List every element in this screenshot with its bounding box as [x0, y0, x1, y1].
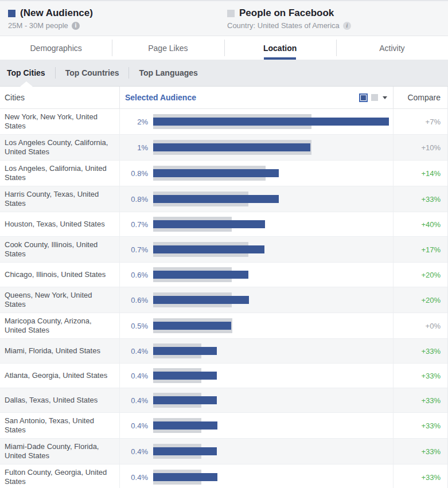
- bar-chart: [153, 444, 393, 459]
- city-cell: Miami, Florida, United States: [0, 339, 120, 363]
- audience-series-checkbox-icon[interactable]: [359, 93, 368, 102]
- table-row[interactable]: Harris County, Texas, United States 0.8%…: [0, 186, 447, 212]
- table-row[interactable]: Houston, Texas, United States 0.7% +40%: [0, 212, 447, 237]
- compare-value: +33%: [421, 372, 441, 380]
- series-toggle-dropdown[interactable]: [359, 93, 393, 102]
- audience-bar: [153, 169, 279, 177]
- facebook-benchmark-block: People on Facebook Country: United State…: [227, 7, 351, 30]
- subtab-top-languages[interactable]: Top Languages: [139, 68, 197, 77]
- audience-size-label: 25M - 30M people: [8, 21, 68, 30]
- tab-location[interactable]: Location: [224, 36, 336, 60]
- table-row[interactable]: Los Angeles County, California, United S…: [0, 135, 447, 161]
- table-row[interactable]: Queens, New York, United States 0.6% +20…: [0, 287, 447, 313]
- audience-cell: 0.4%: [120, 413, 394, 438]
- info-icon[interactable]: i: [343, 22, 351, 30]
- table-row[interactable]: Los Angeles, California, United States 0…: [0, 161, 447, 186]
- compare-value: +33%: [421, 347, 441, 356]
- audience-bar: [153, 372, 217, 380]
- bar-chart: [153, 140, 393, 155]
- bar-chart: [153, 292, 393, 307]
- audience-bar: [153, 447, 217, 455]
- table-row[interactable]: Fulton County, Georgia, United States 0.…: [0, 464, 447, 488]
- tab-demographics[interactable]: Demographics: [0, 36, 112, 60]
- audience-cell: 0.4%: [120, 339, 394, 363]
- chevron-down-icon: [383, 96, 387, 99]
- subtab-top-countries[interactable]: Top Countries: [65, 68, 119, 77]
- compare-value: +10%: [421, 143, 441, 152]
- bar-chart: [153, 470, 393, 485]
- table-row[interactable]: Dallas, Texas, United States 0.4% +33%: [0, 388, 447, 413]
- audience-bar: [153, 195, 279, 203]
- compare-value: +40%: [421, 220, 441, 229]
- info-icon[interactable]: i: [72, 22, 80, 30]
- compare-value: +33%: [421, 195, 441, 204]
- main-tabs: Demographics Page Likes Location Activit…: [0, 36, 448, 60]
- bar-chart: [153, 318, 393, 333]
- audience-cell: 0.4%: [120, 439, 394, 464]
- audience-cell: 1%: [120, 135, 394, 160]
- city-cell: Queens, New York, United States: [0, 287, 120, 313]
- audience-color-swatch: [8, 10, 15, 17]
- audience-percent: 0.8%: [122, 195, 148, 204]
- city-cell: Dallas, Texas, United States: [0, 388, 120, 412]
- audience-cell: 2%: [120, 109, 394, 134]
- audience-percent: 1%: [122, 143, 148, 152]
- audience-bar: [153, 245, 264, 253]
- audience-cell: 0.8%: [120, 186, 394, 212]
- selected-audience-column-header[interactable]: Selected Audience: [125, 93, 196, 102]
- audience-percent: 0.4%: [122, 396, 148, 405]
- compare-value: +33%: [421, 473, 441, 482]
- bar-chart: [153, 343, 393, 358]
- audience-cell: 0.7%: [120, 237, 394, 262]
- city-cell: Chicago, Illinois, United States: [0, 263, 120, 287]
- audience-percent: 0.4%: [122, 372, 148, 380]
- table-row[interactable]: Miami-Dade County, Florida, United State…: [0, 439, 447, 464]
- city-cell: Maricopa County, Arizona, United States: [0, 313, 120, 338]
- top-cities-table: Cities Selected Audience Compare New Yor…: [0, 87, 448, 488]
- table-header: Cities Selected Audience Compare: [0, 87, 447, 109]
- table-row[interactable]: Chicago, Illinois, United States 0.6% +2…: [0, 263, 447, 287]
- audience-bar: [153, 421, 217, 430]
- audience-bar: [153, 347, 217, 355]
- subtab-top-cities[interactable]: Top Cities: [7, 68, 45, 77]
- bar-chart: [153, 242, 393, 257]
- table-row[interactable]: Cook County, Illinois, United States 0.7…: [0, 237, 447, 263]
- audience-bar: [153, 322, 231, 330]
- audience-bar: [153, 271, 248, 279]
- compare-value: +7%: [426, 118, 441, 126]
- audience-bar: [153, 143, 310, 151]
- table-row[interactable]: Atlanta, Georgia, United States 0.4% +33…: [0, 364, 447, 388]
- audience-bar: [153, 220, 265, 228]
- city-cell: Cook County, Illinois, United States: [0, 237, 120, 262]
- audience-percent: 0.6%: [122, 271, 148, 279]
- benchmark-series-checkbox-icon[interactable]: [371, 94, 378, 101]
- benchmark-color-swatch: [227, 10, 235, 17]
- city-cell: Houston, Texas, United States: [0, 212, 120, 236]
- table-row[interactable]: San Antonio, Texas, United States 0.4% +…: [0, 413, 447, 439]
- divider: [128, 67, 129, 79]
- city-cell: New York, New York, United States: [0, 109, 120, 134]
- city-cell: Harris County, Texas, United States: [0, 186, 120, 212]
- table-row[interactable]: New York, New York, United States 2% +7%: [0, 109, 447, 135]
- table-row[interactable]: Miami, Florida, United States 0.4% +33%: [0, 339, 447, 364]
- audience-bar: [153, 473, 217, 481]
- bar-chart: [153, 368, 393, 383]
- table-row[interactable]: Maricopa County, Arizona, United States …: [0, 313, 447, 339]
- tab-page-likes[interactable]: Page Likes: [112, 36, 224, 60]
- audience-cell: 0.7%: [120, 212, 394, 236]
- compare-value: +0%: [426, 322, 441, 330]
- divider: [55, 67, 56, 79]
- bar-chart: [153, 166, 393, 181]
- table-body: New York, New York, United States 2% +7%…: [0, 109, 447, 488]
- city-cell: Atlanta, Georgia, United States: [0, 364, 120, 388]
- audience-percent: 0.4%: [122, 447, 148, 456]
- benchmark-country-label: Country: United States of America: [227, 21, 340, 30]
- city-cell: Miami-Dade County, Florida, United State…: [0, 439, 120, 464]
- tab-activity[interactable]: Activity: [336, 36, 448, 60]
- audience-cell: 0.8%: [120, 161, 394, 186]
- active-subtab-pointer: [20, 81, 33, 87]
- audience-percent: 0.7%: [122, 245, 148, 254]
- city-cell: Fulton County, Georgia, United States: [0, 464, 120, 488]
- compare-value: +33%: [421, 396, 441, 405]
- audience-title: (New Audience): [20, 7, 93, 19]
